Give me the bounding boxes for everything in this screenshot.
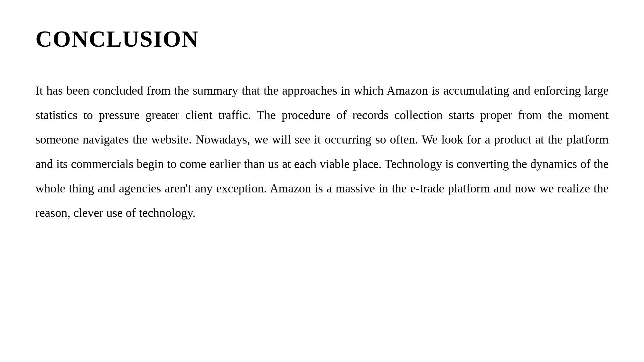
page-title: CONCLUSION — [35, 26, 609, 52]
body-paragraph: It has been concluded from the summary t… — [35, 78, 609, 225]
